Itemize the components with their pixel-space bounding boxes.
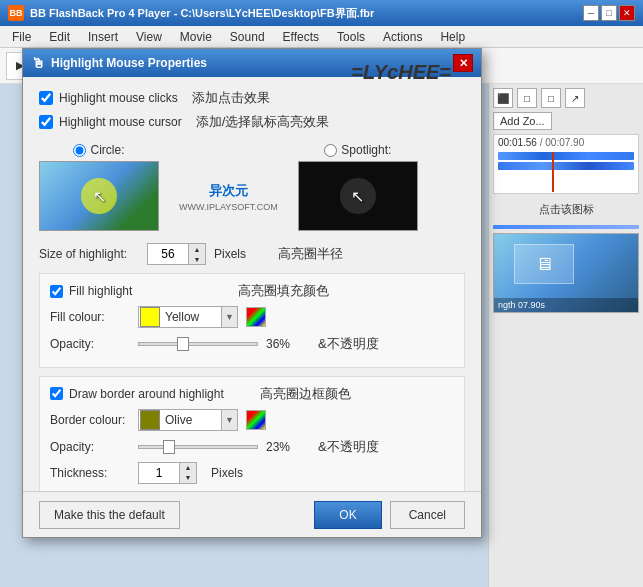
size-spinbox[interactable]: ▲ ▼ bbox=[147, 243, 206, 265]
thickness-unit: Pixels bbox=[211, 466, 243, 480]
min-button[interactable]: ─ bbox=[583, 5, 599, 21]
size-row: Size of highlight: ▲ ▼ Pixels 高亮圈半径 bbox=[39, 243, 465, 265]
dialog-footer: Make this the default OK Cancel bbox=[23, 491, 481, 537]
dialog-highlight-mouse: 🖱 Highlight Mouse Properties ✕ =LYcHEE= … bbox=[22, 48, 482, 538]
fill-label: Fill highlight bbox=[69, 284, 132, 298]
border-opacity-row: Opacity: 23% &不透明度 bbox=[50, 439, 454, 456]
app-menubar: File Edit Insert View Movie Sound Effect… bbox=[0, 26, 643, 48]
highlight-cursor-checkbox[interactable] bbox=[39, 115, 53, 129]
size-input[interactable] bbox=[148, 244, 188, 264]
cancel-button[interactable]: Cancel bbox=[390, 501, 465, 529]
border-opacity-label: Opacity: bbox=[50, 440, 130, 454]
thickness-input[interactable] bbox=[139, 463, 179, 483]
watermark-logo: 异次元 bbox=[209, 182, 248, 200]
border-opacity-chinese: &不透明度 bbox=[318, 439, 379, 456]
highlight-clicks-checkbox[interactable] bbox=[39, 91, 53, 105]
fill-opacity-slider[interactable] bbox=[138, 342, 258, 346]
watermark-url: WWW.IPLAYSOFT.COM bbox=[179, 202, 278, 212]
icon-btn-1[interactable]: ⬛ bbox=[493, 88, 513, 108]
border-label: Draw border around highlight bbox=[69, 387, 224, 401]
thickness-decrement-button[interactable]: ▼ bbox=[180, 473, 196, 483]
dialog-close-button[interactable]: ✕ bbox=[453, 54, 473, 72]
app-titlebar: BB BB FlashBack Pro 4 Player - C:\Users\… bbox=[0, 0, 643, 26]
border-colour-label: Border colour: bbox=[50, 413, 130, 427]
highlight-cursor-row: Highlight mouse cursor 添加/选择鼠标高亮效果 bbox=[39, 113, 465, 131]
border-checkbox-row: Draw border around highlight 高亮圈边框颜色 bbox=[50, 385, 454, 403]
border-colour-row: Border colour: Olive ▼ bbox=[50, 409, 454, 431]
border-colour-dropdown-arrow[interactable]: ▼ bbox=[221, 410, 237, 430]
menu-movie[interactable]: Movie bbox=[172, 28, 220, 46]
cursor-arrow-icon: ↖ bbox=[93, 187, 106, 206]
border-opacity-value: 23% bbox=[266, 440, 302, 454]
menu-sound[interactable]: Sound bbox=[222, 28, 273, 46]
highlight-cursor-label: Highlight mouse cursor bbox=[59, 115, 182, 129]
circle-preview: ↖ bbox=[39, 161, 159, 231]
menu-insert[interactable]: Insert bbox=[80, 28, 126, 46]
fill-colour-combo[interactable]: Yellow ▼ bbox=[138, 306, 238, 328]
close-button[interactable]: ✕ bbox=[619, 5, 635, 21]
spotlight-cursor-icon: ↖ bbox=[351, 187, 364, 206]
highlight-clicks-row: Highlight mouse clicks 添加点击效果 bbox=[39, 89, 465, 107]
border-colour-picker-button[interactable] bbox=[246, 410, 266, 430]
ok-cancel-group: OK Cancel bbox=[314, 501, 465, 529]
fill-colour-dropdown-arrow[interactable]: ▼ bbox=[221, 307, 237, 327]
timeline-area: 00:01.56 / 00:07.90 bbox=[493, 134, 639, 194]
app-title: BB FlashBack Pro 4 Player - C:\Users\LYc… bbox=[30, 6, 583, 21]
spotlight-label: Spotlight: bbox=[341, 143, 391, 157]
size-unit: Pixels bbox=[214, 247, 246, 261]
max-button[interactable]: □ bbox=[601, 5, 617, 21]
size-chinese: 高亮圈半径 bbox=[278, 245, 343, 263]
size-label: Size of highlight: bbox=[39, 247, 139, 261]
fill-colour-label: Fill colour: bbox=[50, 310, 130, 324]
ok-button[interactable]: OK bbox=[314, 501, 381, 529]
dialog-body: =LYcHEE= Highlight mouse clicks 添加点击效果 H… bbox=[23, 77, 481, 521]
thickness-row: Thickness: ▲ ▼ Pixels bbox=[50, 462, 454, 484]
size-spinbox-buttons: ▲ ▼ bbox=[188, 244, 205, 264]
fill-chinese: 高亮圈填充颜色 bbox=[238, 282, 329, 300]
fill-opacity-label: Opacity: bbox=[50, 337, 130, 351]
menu-effects[interactable]: Effects bbox=[275, 28, 327, 46]
fill-colour-swatch bbox=[140, 307, 160, 327]
fill-colour-picker-button[interactable] bbox=[246, 307, 266, 327]
right-panel: ⬛ □ □ ↗ Add Zo... 00:01.56 / 00:07.90 点击… bbox=[488, 84, 643, 587]
fill-checkbox[interactable] bbox=[50, 285, 63, 298]
thickness-increment-button[interactable]: ▲ bbox=[180, 463, 196, 473]
border-chinese: 高亮圈边框颜色 bbox=[260, 385, 351, 403]
right-panel-top: ⬛ □ □ ↗ Add Zo... bbox=[493, 88, 639, 130]
preview-section: Circle: ↖ 异次元 WWW.IPLAYSOFT.COM Spotligh… bbox=[39, 143, 465, 231]
circle-label: Circle: bbox=[90, 143, 124, 157]
size-increment-button[interactable]: ▲ bbox=[189, 244, 205, 254]
spotlight-radio[interactable] bbox=[324, 144, 337, 157]
fill-colour-text: Yellow bbox=[161, 310, 221, 324]
border-colour-combo[interactable]: Olive ▼ bbox=[138, 409, 238, 431]
circle-option: Circle: ↖ bbox=[39, 143, 159, 231]
menu-help[interactable]: Help bbox=[432, 28, 473, 46]
highlight-cursor-chinese: 添加/选择鼠标高亮效果 bbox=[196, 113, 330, 131]
circle-radio[interactable] bbox=[73, 144, 86, 157]
menu-tools[interactable]: Tools bbox=[329, 28, 373, 46]
highlight-clicks-chinese: 添加点击效果 bbox=[192, 89, 270, 107]
menu-edit[interactable]: Edit bbox=[41, 28, 78, 46]
border-opacity-slider[interactable] bbox=[138, 445, 258, 449]
thickness-label: Thickness: bbox=[50, 466, 130, 480]
menu-view[interactable]: View bbox=[128, 28, 170, 46]
make-default-button[interactable]: Make this the default bbox=[39, 501, 180, 529]
click-icon-text: 点击该图标 bbox=[493, 202, 639, 217]
menu-actions[interactable]: Actions bbox=[375, 28, 430, 46]
add-zo-button[interactable]: Add Zo... bbox=[493, 112, 552, 130]
size-decrement-button[interactable]: ▼ bbox=[189, 254, 205, 264]
highlight-clicks-label: Highlight mouse clicks bbox=[59, 91, 178, 105]
icon-btn-2[interactable]: □ bbox=[517, 88, 537, 108]
fill-opacity-row: Opacity: 36% &不透明度 bbox=[50, 336, 454, 353]
border-checkbox[interactable] bbox=[50, 387, 63, 400]
icon-btn-3[interactable]: □ bbox=[541, 88, 561, 108]
icon-btn-4[interactable]: ↗ bbox=[565, 88, 585, 108]
border-colour-swatch bbox=[140, 410, 160, 430]
thickness-spinbox-buttons: ▲ ▼ bbox=[179, 463, 196, 483]
border-section: Draw border around highlight 高亮圈边框颜色 Bor… bbox=[39, 376, 465, 501]
dialog-title-icon: 🖱 bbox=[31, 55, 45, 71]
thickness-spinbox[interactable]: ▲ ▼ bbox=[138, 462, 197, 484]
menu-file[interactable]: File bbox=[4, 28, 39, 46]
time-display: 00:01.56 / 00:07.90 bbox=[494, 135, 638, 150]
fill-checkbox-row: Fill highlight 高亮圈填充颜色 bbox=[50, 282, 454, 300]
